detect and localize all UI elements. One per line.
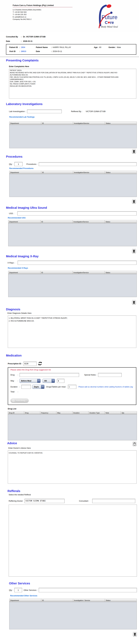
- column-header-status: Status: [105, 171, 136, 174]
- column-header-department: Department: [8, 271, 40, 274]
- recommended-other-services-label: Recommended Other Services: [10, 595, 139, 597]
- drug-list-body[interactable]: [8, 414, 137, 440]
- procedures-table-body[interactable]: [10, 174, 136, 197]
- drug-input[interactable]: [20, 373, 79, 377]
- drug-list-header: Drug ID Drug Fequency Way Duration Durat…: [8, 411, 137, 414]
- svg-text:Body Mind Soul: Body Mind Soul: [101, 26, 118, 28]
- age-label: Age: [94, 46, 98, 48]
- uss-table-body[interactable]: [8, 224, 136, 246]
- diagnosis-textarea[interactable]: 1. BILATERAL WRIST PAIN IN A CHEF ? REPE…: [8, 316, 136, 348]
- company-name: Future Care by Future Holdings (Pty) Lim…: [13, 4, 72, 7]
- xray-table-header: Department ID Investigation/Service Stat…: [8, 271, 136, 274]
- section-title-medication: Medication: [6, 354, 139, 357]
- column-header-qty: Qty: [121, 411, 137, 414]
- column-header-investigation: Investigation/Service: [73, 171, 105, 174]
- other-qty-input[interactable]: [14, 588, 22, 592]
- column-header-investigation: Investigation/Service: [73, 122, 105, 125]
- lab-table-body[interactable]: [10, 125, 136, 148]
- consultant-input[interactable]: [92, 499, 135, 503]
- patient-row-1: Patient ID:1934 Patient Name:HARRY PAUL …: [9, 46, 133, 48]
- refresh-prescription-button[interactable]: [38, 361, 42, 366]
- delete-drug-button[interactable]: [132, 442, 136, 446]
- xray-table-body[interactable]: [8, 274, 136, 297]
- column-header-investigation: Investigation / Service: [73, 599, 105, 602]
- lab-table: Department ID Investigation/Service Stat…: [9, 122, 137, 148]
- section-title-diagnosis: Diagnosis: [6, 308, 139, 311]
- frequency-qty-input[interactable]: [57, 379, 64, 383]
- patient-row-2: Visit ID:26910 Date:2026-03-11: [9, 50, 133, 52]
- column-header-department: Department: [10, 171, 41, 174]
- procedures-input[interactable]: [39, 162, 136, 166]
- reffering-doctor-input[interactable]: [24, 499, 64, 503]
- reffering-doctor-label: Reffering Doctor: [9, 500, 23, 502]
- other-services-label: Other Services: [24, 589, 36, 591]
- column-header-id: ID: [41, 171, 73, 174]
- uss-input[interactable]: [17, 211, 136, 216]
- way-selected-value: Before Meal: [20, 379, 37, 383]
- duration-input[interactable]: [21, 385, 31, 389]
- delete-other-service-button[interactable]: [133, 632, 137, 636]
- column-header-department: Department: [10, 599, 41, 602]
- other-services-table-body[interactable]: [10, 602, 136, 629]
- drug-list-table: Drug ID Drug Fequency Way Duration Durat…: [8, 411, 137, 440]
- svg-text:C♥re: C♥re: [105, 20, 114, 25]
- heart-icon: ♥: [108, 20, 110, 25]
- trash-icon: [133, 301, 135, 304]
- column-header-department: Department: [10, 122, 41, 125]
- procedures-qty-input[interactable]: [14, 162, 22, 166]
- uss-delete-row: [0, 249, 136, 254]
- uss-label: USS: [9, 212, 13, 214]
- section-title-laboratory: Laboratory Investigations: [6, 102, 139, 106]
- special-notes-input[interactable]: [98, 373, 122, 377]
- add-drug-button[interactable]: Add Drug: [10, 398, 29, 403]
- procedures-label: Procedures: [26, 163, 36, 165]
- visit-date-label: Date: [36, 50, 51, 52]
- refferal-subtitle: Select the needed Refferal: [9, 494, 139, 496]
- complaints-label: Enter Complaints Here: [9, 66, 139, 68]
- delete-procedure-button[interactable]: [132, 199, 136, 204]
- total-label: Total: [10, 391, 17, 393]
- consulted-by-row: Consulted By : Dr. VICTOR OJIMA ETUBI: [6, 36, 139, 38]
- consultation-page: Future Care by Future Holdings (Pty) Lim…: [0, 0, 139, 641]
- duration-unit-select[interactable]: Day/s ▼: [32, 385, 44, 389]
- prescription-id-input[interactable]: [24, 362, 36, 366]
- lab-investigation-input[interactable]: [27, 110, 62, 113]
- column-header-status: Status: [105, 599, 136, 602]
- column-header-drug-id: Drug ID: [8, 411, 24, 414]
- column-header-duration-type: Duration Type: [88, 411, 104, 414]
- plus-circle-icon: [12, 400, 15, 402]
- patient-name-label: Patient Name: [36, 46, 51, 48]
- xray-input[interactable]: [18, 260, 136, 265]
- other-services-row: Qty: Other Services:: [9, 588, 139, 592]
- delete-lab-item-button[interactable]: [132, 149, 136, 154]
- per-meal-input[interactable]: [68, 385, 76, 389]
- frequency-select[interactable]: OD ▼: [42, 379, 55, 383]
- uss-field-row: USS:: [9, 211, 139, 216]
- other-services-table: Department ID Investigation / Service St…: [9, 599, 137, 629]
- refferal-list-box[interactable]: [9, 504, 137, 576]
- section-title-other-services: Other Services: [9, 582, 139, 585]
- other-services-table-header: Department ID Investigation / Service St…: [10, 599, 136, 602]
- section-title-ultrasound: Medical Imaging Ultra Sound: [6, 206, 139, 210]
- lab-delete-row: [0, 149, 136, 154]
- svg-text:Future: Future: [102, 14, 118, 20]
- total-row: Total:: [10, 391, 136, 393]
- way-select[interactable]: Before Meal ▼: [20, 379, 40, 383]
- delete-xray-button[interactable]: [132, 300, 136, 305]
- column-header-drug: Drug: [24, 411, 40, 414]
- way-row: Way: Before Meal ▼ OD ▼: [10, 379, 136, 383]
- lab-field-row: Lab Investingation: Reffered By: VICTOR …: [9, 110, 139, 113]
- other-services-input[interactable]: [39, 588, 137, 592]
- per-meal-label: Drugs/Tablets per meal: [46, 386, 66, 388]
- procedures-table: Department ID Investigation/Service Stat…: [9, 171, 137, 197]
- advice-label: Enter Doctor's Advice Here: [8, 447, 139, 449]
- decimal-note: Please add as decimal numbers when addin…: [78, 386, 136, 388]
- advice-textarea[interactable]: COUNSEL TO REPEAT ESR IN 3 MONTHS: [8, 450, 136, 484]
- diagnosis-label: Enter Diagnosis Details Here: [8, 312, 139, 314]
- patient-id-value: 1934: [21, 46, 25, 48]
- futurecare-logo: Future C♥re Body Mind Soul: [92, 3, 122, 30]
- delete-uss-button[interactable]: [132, 249, 136, 254]
- complaints-textarea[interactable]: PATIENT SEEN. BEING REVIEWED WITH FBC AN…: [9, 69, 136, 98]
- column-header-id: ID: [41, 122, 73, 125]
- visit-date-value: 2026-03-11: [52, 50, 62, 52]
